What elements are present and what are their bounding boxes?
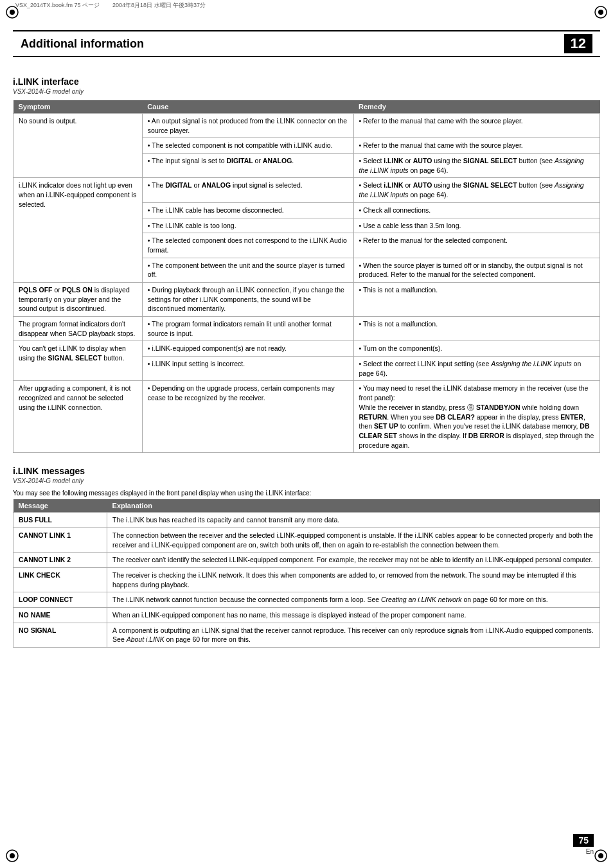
symptom-cell: PQLS OFF or PQLS ON is displayed tempora… [13,282,143,316]
table-row: PQLS OFF or PQLS ON is displayed tempora… [13,282,600,316]
table-row: CANNOT LINK 1 The connection between the… [13,527,600,552]
cause-cell: • The DIGITAL or ANALOG input signal is … [142,178,353,202]
corner-decoration-bl [5,849,19,863]
section1-title: i.LINK interface [13,76,600,87]
remedy-cell: • Select the correct i.LINK input settin… [353,357,600,381]
remedy-cell: • Refer to the manual for the selected c… [353,233,600,258]
table-row: NO NAME When an i.LINK-equipped componen… [13,608,600,623]
cause-cell: • i.LINK input setting is incorrect. [142,357,353,381]
cause-cell: • The input signal is set to DIGITAL or … [142,154,353,178]
section2-subtitle: VSX-2014i-G model only [13,477,600,484]
table-row: CANNOT LINK 2 The receiver can't identif… [13,553,600,568]
message-cell: CANNOT LINK 2 [13,553,107,568]
file-info-bar: VSX_2014TX.book.fm 75 ページ 2004年8月18日 水曜日… [0,0,613,11]
col-header-explanation: Explanation [107,499,600,513]
explanation-cell: When an i.LINK-equipped component has no… [107,608,600,623]
remedy-cell: • This is not a malfunction. [353,317,600,341]
remedy-cell: • Select i.LINK or AUTO using the SIGNAL… [353,178,600,202]
col-header-message: Message [13,499,107,513]
ilink-messages-table: Message Explanation BUS FULL The i.LINK … [13,499,600,648]
cause-cell: • i.LINK-equipped component(s) are not r… [142,341,353,357]
col-header-symptom: Symptom [13,100,143,114]
file-date: 2004年8月18日 水曜日 午後3時37分 [112,1,206,10]
cause-cell: • The i.LINK cable is too long. [142,218,353,233]
message-cell: NO NAME [13,608,107,623]
symptom-cell: You can't get i.LINK to display when usi… [13,341,143,381]
page-number: 75 [573,834,594,847]
section-ilink-messages: i.LINK messages VSX-2014i-G model only Y… [13,466,600,648]
table-row: BUS FULL The i.LINK bus has reached its … [13,513,600,528]
table-row: NO SIGNAL A component is outputting an i… [13,623,600,647]
explanation-cell: The i.LINK bus has reached its capacity … [107,513,600,528]
symptom-cell: The program format indicators don't disa… [13,317,143,341]
symptom-cell: After upgrading a component, it is not r… [13,381,143,453]
page-lang: En [573,848,594,855]
explanation-cell: The connection between the receiver and … [107,527,600,552]
svg-point-7 [598,853,603,858]
remedy-cell: • You may need to reset the i.LINK datab… [353,381,600,453]
remedy-cell: • Check all connections. [353,202,600,218]
cause-cell: • The component between the unit and the… [142,258,353,282]
symptom-cell: No sound is output. [13,114,143,178]
table-row: You can't get i.LINK to display when usi… [13,341,600,357]
explanation-cell: A component is outputting an i.LINK sign… [107,623,600,647]
page-title: Additional information [21,37,144,51]
section2-intro: You may see the following messages displ… [13,490,600,497]
symptom-cell: i.LINK indicator does not light up even … [13,178,143,283]
message-cell: LINK CHECK [13,568,107,592]
page-number-area: 75 En [573,834,594,855]
message-cell: NO SIGNAL [13,623,107,647]
corner-decoration-tl [5,5,19,19]
table-row: LOOP CONNECT The i.LINK network cannot f… [13,592,600,608]
file-name: VSX_2014TX.book.fm 75 ページ [15,1,100,10]
page: VSX_2014TX.book.fm 75 ページ 2004年8月18日 水曜日… [0,0,613,868]
section2-title: i.LINK messages [13,466,600,476]
cause-cell: • The selected component does not corres… [142,233,353,258]
corner-decoration-tr [594,5,608,19]
cause-cell: • Depending on the upgrade process, cert… [142,381,353,453]
message-cell: LOOP CONNECT [13,592,107,608]
remedy-cell: • Select i.LINK or AUTO using the SIGNAL… [353,154,600,178]
cause-cell: • During playback through an i.LINK conn… [142,282,353,316]
svg-point-5 [10,853,15,858]
explanation-cell: The receiver is checking the i.LINK netw… [107,568,600,592]
message-cell: CANNOT LINK 1 [13,527,107,552]
chapter-number: 12 [564,34,592,53]
table-row: i.LINK indicator does not light up even … [13,178,600,202]
remedy-cell: • Turn on the component(s). [353,341,600,357]
remedy-cell: • Use a cable less than 3.5m long. [353,218,600,233]
message-cell: BUS FULL [13,513,107,528]
chapter-header: Additional information 12 [13,30,600,57]
col-header-remedy: Remedy [353,100,600,114]
cause-cell: • The selected component is not compatib… [142,138,353,154]
remedy-cell: • This is not a malfunction. [353,282,600,316]
svg-point-3 [598,10,603,15]
explanation-cell: The receiver can't identify the selected… [107,553,600,568]
table-row: LINK CHECK The receiver is checking the … [13,568,600,592]
table-row: No sound is output. • An output signal i… [13,114,600,138]
table-row: After upgrading a component, it is not r… [13,381,600,453]
section1-subtitle: VSX-2014i-G model only [13,88,600,95]
cause-cell: • An output signal is not produced from … [142,114,353,138]
remedy-cell: • Refer to the manual that came with the… [353,114,600,138]
ilink-interface-table: Symptom Cause Remedy No sound is output.… [13,100,600,453]
cause-cell: • The i.LINK cable has become disconnect… [142,202,353,218]
cause-cell: • The program format indicators remain l… [142,317,353,341]
explanation-cell: The i.LINK network cannot function becau… [107,592,600,608]
corner-decoration-br [594,849,608,863]
remedy-cell: • When the source player is turned off o… [353,258,600,282]
table-row: The program format indicators don't disa… [13,317,600,341]
col-header-cause: Cause [142,100,353,114]
remedy-cell: • Refer to the manual that came with the… [353,138,600,154]
svg-point-1 [10,10,15,15]
section-ilink-interface: i.LINK interface VSX-2014i-G model only … [13,76,600,453]
main-content: i.LINK interface VSX-2014i-G model only … [0,57,613,671]
